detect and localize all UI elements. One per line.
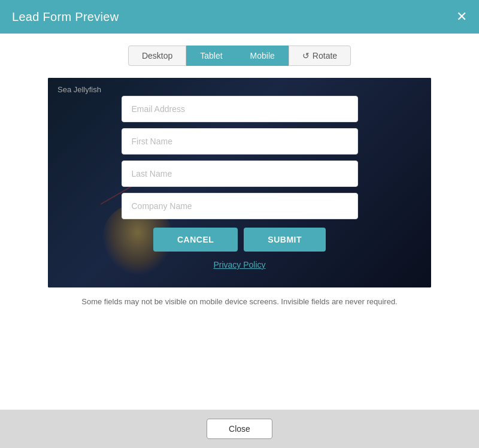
modal-title: Lead Form Preview xyxy=(12,10,119,24)
first-name-field[interactable] xyxy=(122,128,358,155)
company-name-field[interactable] xyxy=(122,193,358,219)
desktop-button[interactable]: Desktop xyxy=(128,46,186,66)
tablet-button[interactable]: Tablet xyxy=(186,46,236,66)
header-close-button[interactable]: ✕ xyxy=(456,10,467,23)
footer-close-button[interactable]: Close xyxy=(207,419,272,439)
lead-form: CANCEL SUBMIT Privacy Policy xyxy=(122,96,358,270)
rotate-icon: ↺ xyxy=(302,51,310,60)
mobile-button[interactable]: Mobile xyxy=(237,46,289,66)
jellyfish-label: Sea Jellyfish xyxy=(57,85,101,94)
privacy-policy-link[interactable]: Privacy Policy xyxy=(213,260,265,270)
rotate-button[interactable]: ↺ Rotate xyxy=(289,46,351,66)
preview-area: Sea Jellyfish CANCEL SUBMIT Privacy Poli… xyxy=(48,78,431,287)
modal-header: Lead Form Preview ✕ xyxy=(0,0,479,34)
modal-footer: Close xyxy=(0,410,479,448)
notice-text: Some fields may not be visible on mobile… xyxy=(81,297,397,306)
cancel-button[interactable]: CANCEL xyxy=(153,228,238,252)
last-name-field[interactable] xyxy=(122,161,358,187)
submit-button[interactable]: SUBMIT xyxy=(244,228,326,252)
device-toggle-group: Desktop Tablet Mobile ↺ Rotate xyxy=(128,46,351,66)
form-buttons: CANCEL SUBMIT xyxy=(153,228,326,252)
main-content: Desktop Tablet Mobile ↺ Rotate Sea Jelly… xyxy=(0,34,479,410)
email-field[interactable] xyxy=(122,96,358,122)
